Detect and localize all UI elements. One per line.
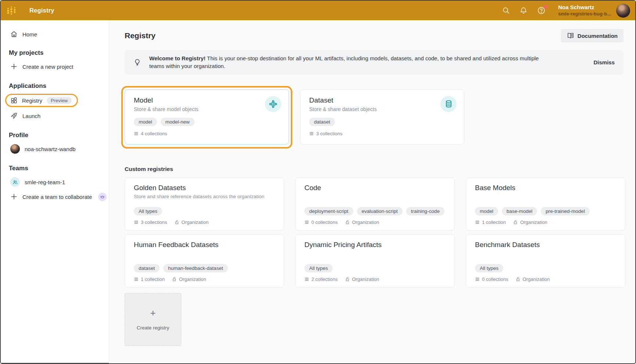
top-nav: Registry	[1, 1, 635, 20]
card-title: Code	[304, 184, 446, 192]
tag: evaluation-script	[357, 207, 403, 215]
collections-list-icon	[134, 131, 139, 136]
user-menu[interactable]: Noa Schwartz smle-registries-bug-b...	[558, 4, 611, 17]
user-avatar[interactable]	[616, 4, 630, 18]
team-avatar	[10, 177, 20, 187]
visibility-label: Organization	[179, 276, 206, 282]
sidebar-item-home[interactable]: Home	[1, 27, 109, 42]
sidebar: Home My projects Create a new project Ap…	[1, 20, 109, 364]
registry-label: Registry	[22, 97, 42, 104]
collections-list-icon	[475, 277, 480, 282]
profile-name: noa-schwartz-wandb	[25, 146, 75, 152]
preview-badge: Preview	[47, 97, 72, 104]
banner-intro: Welcome to Registry!	[149, 55, 206, 61]
dismiss-button[interactable]: Dismiss	[585, 59, 615, 65]
collections-count: 4 collections	[141, 131, 167, 136]
card-title: Dynamic Pricing Artifacts	[304, 241, 446, 249]
card-title: Dataset	[309, 96, 455, 104]
tag: training-code	[406, 207, 444, 215]
custom-registry-card-benchmark-datasets[interactable]: Benchmark Datasets All types 0 collectio…	[466, 235, 625, 288]
custom-registries-header: Custom registries	[125, 166, 624, 172]
collections-count: 3 collections	[316, 131, 343, 136]
book-icon	[567, 32, 574, 39]
tag: deployment-script	[304, 207, 353, 215]
custom-registry-card-dynamic-pricing-artifacts[interactable]: Dynamic Pricing Artifacts All types 2 co…	[295, 235, 455, 288]
custom-registry-card-code[interactable]: Code deployment-script evaluation-script…	[295, 178, 455, 231]
search-button[interactable]	[499, 3, 513, 18]
card-title: Base Models	[475, 184, 616, 192]
user-name: Noa Schwartz	[558, 4, 611, 11]
sidebar-item-team[interactable]: smle-reg-team-1	[1, 175, 109, 189]
profile-header: Profile	[1, 129, 109, 142]
create-project-button[interactable]: Create a new project	[1, 59, 109, 74]
model-icon	[265, 96, 281, 112]
help-button[interactable]	[534, 3, 549, 18]
card-title: Golden Datasets	[134, 184, 275, 192]
collections-count: 1 collection	[482, 220, 506, 225]
notification-dot	[543, 5, 547, 9]
applications-header: Applications	[1, 80, 109, 92]
sidebar-item-profile[interactable]: noa-schwartz-wandb	[1, 142, 109, 156]
team-name: smle-reg-team-1	[25, 179, 65, 185]
my-projects-header: My projects	[1, 47, 109, 59]
card-title: Model	[134, 96, 280, 104]
plus-icon	[10, 63, 18, 70]
visibility-label: Organization	[523, 276, 550, 282]
custom-registry-card-human-feedback-datasets[interactable]: Human Feedback Datasets dataset human-fe…	[125, 235, 284, 288]
plus-icon	[10, 193, 18, 200]
create-team-label: Create a team to collaborate	[22, 194, 92, 200]
collections-count: 0 collections	[311, 220, 338, 225]
tag: human-feedback-dataset	[163, 264, 228, 272]
search-icon	[502, 6, 510, 15]
sidebar-item-registry[interactable]: Registry Preview	[5, 94, 78, 107]
custom-registry-card-golden-datasets[interactable]: Golden Datasets Store and share referenc…	[125, 178, 284, 231]
create-registry-button[interactable]: + Create registry	[125, 293, 181, 346]
create-project-label: Create a new project	[22, 64, 73, 70]
tag: dataset	[309, 118, 335, 126]
profile-avatar	[10, 144, 20, 154]
banner-text: Welcome to Registry! This is your one-st…	[149, 54, 552, 70]
crown-icon	[100, 195, 105, 199]
create-registry-label: Create registry	[137, 325, 169, 331]
page-title: Registry	[125, 31, 156, 40]
upgrade-crown-badge	[98, 193, 107, 201]
collections-list-icon	[309, 131, 314, 136]
collections-count: 3 collections	[141, 220, 167, 225]
lightbulb-icon	[133, 58, 141, 66]
tag: model	[134, 118, 157, 126]
tag: All types	[475, 264, 503, 272]
visibility-label: Organization	[352, 276, 379, 282]
visibility-label: Organization	[352, 220, 379, 225]
rocket-icon	[10, 112, 18, 119]
tag: model-new	[161, 118, 194, 126]
teams-header: Teams	[1, 162, 109, 175]
unlock-icon	[175, 220, 179, 225]
wandb-logo[interactable]	[5, 5, 18, 16]
people-icon	[12, 179, 18, 185]
app-title: Registry	[29, 7, 54, 14]
collections-list-icon	[304, 220, 309, 225]
user-org: smle-registries-bug-b...	[558, 11, 611, 17]
dataset-registry-card[interactable]: Dataset Store & share dataset objects da…	[300, 89, 464, 144]
create-team-button[interactable]: Create a team to collaborate	[1, 189, 109, 204]
main-content: Registry Documentation	[109, 20, 635, 364]
collections-list-icon	[304, 277, 309, 282]
card-title: Human Feedback Datasets	[134, 241, 275, 249]
notifications-button[interactable]	[516, 3, 531, 18]
documentation-button[interactable]: Documentation	[561, 29, 624, 42]
home-icon	[10, 31, 18, 38]
card-title: Benchmark Datasets	[475, 241, 616, 249]
bell-icon	[519, 6, 528, 15]
model-registry-card[interactable]: Model Store & share model objects model …	[125, 89, 289, 144]
custom-registry-card-base-models[interactable]: Base Models model base-model pre-trained…	[466, 178, 625, 231]
launch-label: Launch	[22, 113, 40, 119]
tag: All types	[304, 264, 333, 272]
collections-list-icon	[134, 277, 139, 282]
tag: base-model	[502, 207, 537, 215]
collections-count: 1 collection	[141, 276, 165, 282]
visibility-label: Organization	[182, 220, 209, 225]
sidebar-item-launch[interactable]: Launch	[1, 108, 109, 123]
app-window: Registry	[0, 0, 636, 364]
card-description: Store and share reference datasets acros…	[134, 194, 275, 199]
collections-list-icon	[475, 220, 480, 225]
